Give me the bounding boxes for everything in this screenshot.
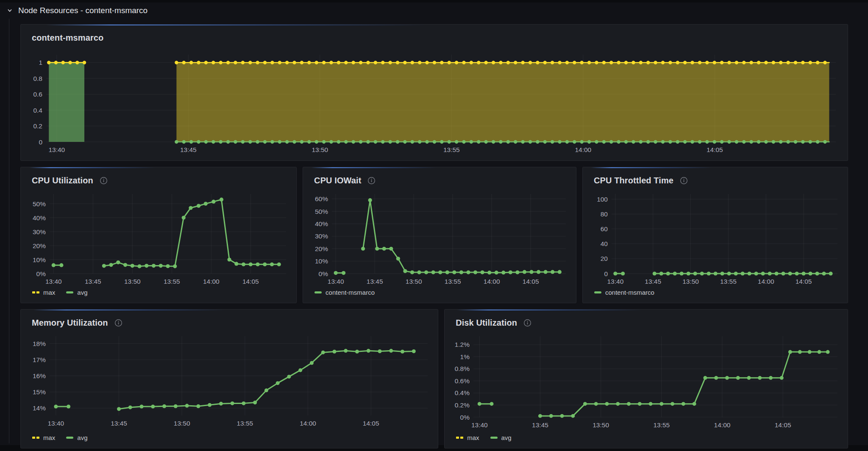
svg-text:13:50: 13:50 xyxy=(682,278,699,285)
legend-item-avg[interactable]: avg xyxy=(66,434,87,441)
svg-text:13:40: 13:40 xyxy=(328,278,344,285)
section-header[interactable]: Node Resources - content-msmarco xyxy=(7,3,147,18)
panel-header: CPU IOWait xyxy=(303,167,576,185)
panel-memory-utilization: Memory Utilization 14%15%16%17%18%13:401… xyxy=(20,309,438,448)
svg-text:10%: 10% xyxy=(315,257,328,265)
svg-text:15%: 15% xyxy=(33,388,46,396)
legend: maxavg xyxy=(21,434,438,448)
row-memory-disk: Memory Utilization 14%15%16%17%18%13:401… xyxy=(20,309,848,448)
svg-text:13:45: 13:45 xyxy=(85,278,101,285)
svg-text:60%: 60% xyxy=(315,195,328,202)
section-title[interactable]: Node Resources - content-msmarco xyxy=(18,6,147,15)
svg-text:18%: 18% xyxy=(33,340,46,347)
svg-text:13:55: 13:55 xyxy=(164,278,180,285)
legend-swatch-solid xyxy=(314,291,322,293)
svg-text:13:55: 13:55 xyxy=(654,421,670,429)
svg-text:14:00: 14:00 xyxy=(714,421,731,429)
svg-text:14:05: 14:05 xyxy=(796,278,812,285)
svg-text:13:50: 13:50 xyxy=(312,146,328,153)
legend-label: avg xyxy=(501,434,512,441)
svg-text:40%: 40% xyxy=(315,220,328,227)
svg-text:1%: 1% xyxy=(460,353,470,360)
legend-item-avg[interactable]: avg xyxy=(490,434,512,441)
panel-header: Disk Utilization xyxy=(445,310,848,328)
legend-label: max xyxy=(467,434,479,441)
panel-title[interactable]: Memory Utilization xyxy=(32,318,108,328)
disk-utilization-chart[interactable]: 0%0.2%0.4%0.6%0.8%1%1.2%13:4013:4513:501… xyxy=(449,329,843,434)
svg-text:20%: 20% xyxy=(315,245,328,252)
legend-label: content-msmarco xyxy=(605,289,654,296)
panel-cpu-throttled-time: CPU Throttled Time 02040608010013:4013:4… xyxy=(582,167,848,303)
svg-text:14:05: 14:05 xyxy=(707,146,723,153)
svg-text:100: 100 xyxy=(597,196,608,203)
svg-text:14:00: 14:00 xyxy=(484,278,500,285)
panel-title[interactable]: CPU Utilization xyxy=(32,176,93,185)
svg-text:0: 0 xyxy=(39,138,42,146)
legend-label: max xyxy=(43,289,55,296)
info-icon[interactable] xyxy=(680,177,688,185)
svg-text:13:45: 13:45 xyxy=(180,146,197,153)
cpu-utilization-chart[interactable]: 0%10%20%30%40%50%13:4013:4513:5013:5514:… xyxy=(25,186,292,289)
panel-cpu-utilization: CPU Utilization 0%10%20%30%40%50%13:4013… xyxy=(20,167,297,303)
panel-title[interactable]: content-msmarco xyxy=(32,33,103,43)
svg-text:13:40: 13:40 xyxy=(47,420,64,427)
cpu-throttled-time-chart[interactable]: 02040608010013:4013:4513:5013:5514:0014:… xyxy=(587,186,843,289)
legend-item-content-msmarco[interactable]: content-msmarco xyxy=(314,289,375,296)
svg-text:14:05: 14:05 xyxy=(242,278,259,285)
legend-item-max[interactable]: max xyxy=(32,434,55,441)
svg-text:50%: 50% xyxy=(315,208,328,215)
svg-text:40: 40 xyxy=(601,240,608,247)
info-icon[interactable] xyxy=(114,319,122,327)
legend-swatch-solid xyxy=(66,437,73,439)
legend-label: avg xyxy=(77,289,87,296)
panel-title[interactable]: CPU Throttled Time xyxy=(594,176,673,185)
legend-label: content-msmarco xyxy=(326,289,375,296)
panel-header: content-msmarco xyxy=(21,25,848,43)
panel-title[interactable]: Disk Utilization xyxy=(456,318,517,328)
svg-text:14%: 14% xyxy=(33,404,46,412)
svg-text:0.4: 0.4 xyxy=(33,107,42,114)
svg-text:13:40: 13:40 xyxy=(48,146,65,153)
svg-text:0%: 0% xyxy=(36,270,46,277)
svg-text:14:05: 14:05 xyxy=(523,278,539,285)
legend: content-msmarco xyxy=(303,289,576,303)
svg-text:13:45: 13:45 xyxy=(111,420,127,427)
svg-text:13:50: 13:50 xyxy=(124,278,141,285)
svg-text:50%: 50% xyxy=(33,200,46,208)
svg-text:13:40: 13:40 xyxy=(471,421,488,429)
info-icon[interactable] xyxy=(523,319,531,327)
cpu-iowait-chart[interactable]: 0%10%20%30%40%50%60%13:4013:4513:5013:55… xyxy=(307,186,572,289)
svg-text:0.4%: 0.4% xyxy=(455,389,470,396)
svg-text:14:00: 14:00 xyxy=(203,278,220,285)
legend-item-avg[interactable]: avg xyxy=(66,289,87,296)
svg-text:13:40: 13:40 xyxy=(607,278,623,285)
panel-cpu-iowait: CPU IOWait 0%10%20%30%40%50%60%13:4013:4… xyxy=(303,167,576,303)
svg-text:14:00: 14:00 xyxy=(300,420,316,427)
legend-item-max[interactable]: max xyxy=(32,289,55,296)
legend-swatch-dashed xyxy=(32,291,39,293)
svg-text:20%: 20% xyxy=(33,242,46,249)
legend-swatch-dashed xyxy=(32,437,39,439)
legend-swatch-solid xyxy=(490,437,498,439)
svg-text:14:05: 14:05 xyxy=(363,420,379,427)
svg-text:13:45: 13:45 xyxy=(367,278,383,285)
svg-text:1: 1 xyxy=(39,59,42,66)
svg-text:14:00: 14:00 xyxy=(575,146,591,153)
memory-utilization-chart[interactable]: 14%15%16%17%18%13:4013:4513:5013:5514:00… xyxy=(25,329,434,434)
info-icon[interactable] xyxy=(367,177,376,185)
svg-text:13:45: 13:45 xyxy=(645,278,661,285)
svg-text:1.2%: 1.2% xyxy=(455,341,470,348)
svg-text:0.2: 0.2 xyxy=(33,122,42,130)
legend: maxavg xyxy=(21,289,296,303)
svg-text:13:50: 13:50 xyxy=(406,278,422,285)
legend-item-content-msmarco[interactable]: content-msmarco xyxy=(594,289,654,296)
legend-item-max[interactable]: max xyxy=(456,434,479,441)
svg-text:30%: 30% xyxy=(33,228,46,235)
panel-title[interactable]: CPU IOWait xyxy=(314,176,361,185)
legend-swatch-dashed xyxy=(456,437,463,439)
chevron-down-icon[interactable] xyxy=(7,8,13,14)
legend: maxavg xyxy=(445,434,848,448)
info-icon[interactable] xyxy=(100,177,108,185)
legend: content-msmarco xyxy=(583,289,848,303)
node-summary-chart[interactable]: 00.20.40.60.8113:4013:4513:5013:5514:001… xyxy=(25,44,843,160)
